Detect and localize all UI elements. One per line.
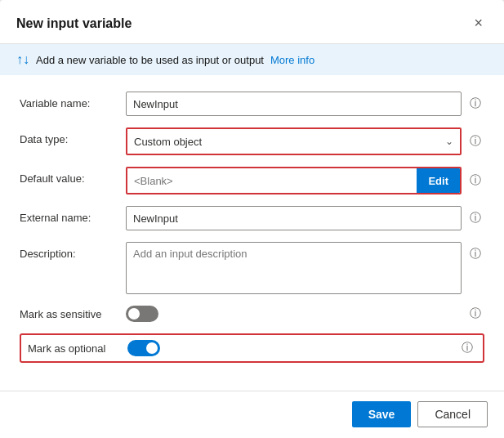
data-type-label: Data type: (20, 127, 126, 145)
data-type-control: Custom object Text Number Boolean Date L… (126, 127, 484, 155)
external-name-control: ⓘ (126, 206, 484, 230)
default-value-wrap: Edit (126, 167, 462, 194)
mark-optional-toggle[interactable] (127, 340, 160, 356)
data-type-select[interactable]: Custom object Text Number Boolean Date L… (127, 129, 460, 154)
external-name-input[interactable] (126, 206, 462, 230)
variable-name-control: ⓘ (126, 92, 484, 116)
optional-info-icon[interactable]: ⓘ (462, 341, 476, 355)
mark-sensitive-row: Mark as sensitive ⓘ (20, 306, 484, 322)
upload-icon: ↑↓ (16, 52, 29, 67)
external-name-label: External name: (20, 206, 126, 224)
new-input-variable-dialog: New input variable × ↑↓ Add a new variab… (0, 0, 504, 438)
edit-button[interactable]: Edit (417, 168, 460, 193)
default-value-row: Default value: Edit ⓘ (20, 167, 484, 194)
dialog-footer: Save Cancel (0, 391, 504, 438)
form-body: Variable name: ⓘ Data type: Custom objec… (0, 75, 504, 391)
mark-sensitive-toggle-wrap (126, 306, 466, 322)
variable-name-label: Variable name: (20, 92, 126, 110)
description-row: Description: ⓘ (20, 242, 484, 294)
variable-name-input[interactable] (126, 92, 462, 116)
save-button[interactable]: Save (352, 401, 412, 427)
info-banner: ↑↓ Add a new variable to be used as inpu… (0, 44, 504, 75)
sensitive-info-icon[interactable]: ⓘ (470, 306, 484, 321)
external-name-info-icon[interactable]: ⓘ (470, 211, 484, 226)
default-value-info-icon[interactable]: ⓘ (470, 173, 484, 188)
variable-name-row: Variable name: ⓘ (20, 92, 484, 116)
description-label: Description: (20, 242, 126, 260)
mark-optional-label: Mark as optional (28, 342, 127, 355)
close-button[interactable]: × (469, 13, 488, 34)
mark-sensitive-label: Mark as sensitive (20, 308, 126, 320)
sensitive-toggle-thumb (128, 308, 140, 320)
optional-toggle-thumb (146, 342, 158, 354)
mark-optional-toggle-wrap (127, 340, 462, 356)
dialog-title: New input variable (16, 16, 132, 31)
description-control: ⓘ (126, 242, 484, 294)
mark-optional-row: Mark as optional ⓘ (20, 333, 484, 363)
variable-name-info-icon[interactable]: ⓘ (470, 96, 484, 111)
default-value-input[interactable] (127, 168, 417, 193)
external-name-row: External name: ⓘ (20, 206, 484, 230)
description-textarea[interactable] (126, 242, 462, 294)
description-info-icon[interactable]: ⓘ (470, 247, 484, 261)
data-type-info-icon[interactable]: ⓘ (470, 134, 484, 149)
data-type-select-wrapper: Custom object Text Number Boolean Date L… (126, 127, 462, 155)
mark-sensitive-toggle[interactable] (126, 306, 158, 322)
banner-text: Add a new variable to be used as input o… (36, 54, 264, 66)
data-type-row: Data type: Custom object Text Number Boo… (20, 127, 484, 155)
default-value-label: Default value: (20, 167, 126, 185)
cancel-button[interactable]: Cancel (417, 401, 488, 427)
default-value-control: Edit ⓘ (126, 167, 484, 194)
dialog-header: New input variable × (0, 0, 504, 44)
more-info-link[interactable]: More info (270, 54, 314, 66)
